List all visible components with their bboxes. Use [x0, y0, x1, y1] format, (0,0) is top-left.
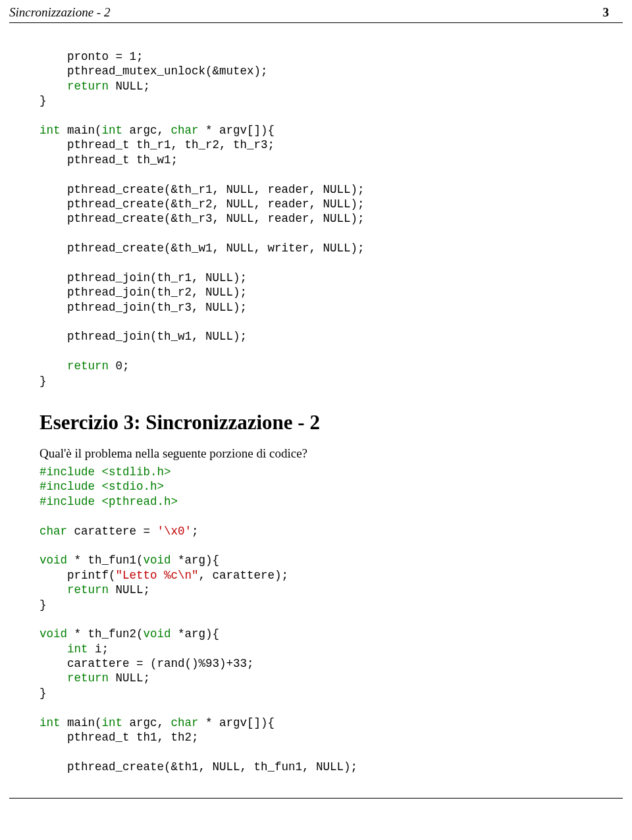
code-line: pthread_join(th_r3, NULL); — [40, 301, 247, 314]
page: Sincronizzazione - 2 3 pronto = 1; pthre… — [0, 0, 632, 799]
code-line: pthread_create(&th_r3, NULL, reader, NUL… — [40, 212, 365, 225]
code-keyword: void — [144, 554, 171, 567]
exercise-question: Qual'è il problema nella seguente porzio… — [40, 446, 592, 461]
code-text: i; — [88, 643, 109, 656]
code-text: *arg){ — [171, 554, 220, 567]
code-keyword: int — [40, 643, 88, 656]
code-keyword: char — [40, 525, 67, 538]
code-block-2: #include <stdlib.h> #include <stdio.h> #… — [40, 465, 592, 774]
code-keyword: void — [40, 554, 67, 567]
code-line: pthread_create(&th_r1, NULL, reader, NUL… — [40, 183, 365, 196]
code-line: pronto = 1; — [40, 50, 144, 63]
code-text: , carattere); — [199, 569, 289, 582]
code-line: pthread_t th_r1, th_r2, th_r3; — [40, 138, 275, 151]
code-text: * argv[]){ — [199, 124, 275, 137]
code-keyword: char — [171, 716, 199, 729]
code-text: printf( — [40, 569, 116, 582]
code-keyword: return — [40, 671, 109, 685]
code-line: pthread_join(th_r1, NULL); — [40, 271, 247, 284]
code-text: argc, — [122, 124, 171, 137]
code-text: 0; — [109, 359, 130, 373]
code-keyword: int — [40, 716, 61, 729]
code-line: } — [40, 687, 47, 700]
code-line: } — [40, 94, 47, 107]
code-text: NULL; — [109, 671, 150, 685]
code-text: main( — [61, 124, 102, 137]
exercise-heading: Esercizio 3: Sincronizzazione - 2 — [40, 411, 592, 434]
code-string: "Letto %c\n" — [116, 569, 199, 582]
code-line: pthread_create(&th1, NULL, th_fun1, NULL… — [40, 760, 357, 774]
header-title: Sincronizzazione - 2 — [9, 5, 110, 20]
code-keyword: return — [40, 583, 109, 596]
code-line: pthread_join(th_r2, NULL); — [40, 286, 247, 299]
code-keyword: return — [40, 80, 109, 93]
code-text: argc, — [122, 716, 171, 729]
code-text: ; — [192, 525, 199, 538]
code-line: pthread_create(&th_w1, NULL, writer, NUL… — [40, 242, 365, 255]
code-text: * argv[]){ — [199, 716, 275, 729]
code-text: NULL; — [109, 583, 150, 596]
code-line: pthread_join(th_w1, NULL); — [40, 330, 247, 343]
code-text: *arg){ — [171, 627, 220, 641]
footer-rule — [9, 798, 623, 799]
code-block-1: pronto = 1; pthread_mutex_unlock(&mutex)… — [40, 49, 592, 388]
code-keyword: return — [40, 359, 109, 373]
code-text: * th_fun2( — [67, 627, 144, 641]
code-line: pthread_t th1, th2; — [40, 731, 199, 744]
code-line: } — [40, 375, 47, 388]
code-text: NULL; — [109, 80, 150, 93]
code-keyword: int — [102, 716, 123, 729]
code-text: * th_fun1( — [67, 554, 144, 567]
header-rule — [9, 22, 623, 23]
code-keyword: int — [40, 124, 61, 137]
code-line: pthread_t th_w1; — [40, 153, 178, 167]
code-line: carattere = (rand()%93)+33; — [40, 657, 254, 670]
code-keyword: int — [102, 124, 123, 137]
code-preproc: #include <stdio.h> — [40, 480, 164, 493]
code-keyword: void — [144, 627, 171, 641]
code-keyword: void — [40, 627, 67, 641]
code-line: } — [40, 598, 47, 612]
content: pronto = 1; pthread_mutex_unlock(&mutex)… — [0, 49, 632, 774]
code-text: main( — [61, 716, 102, 729]
code-text: carattere = — [67, 525, 157, 538]
code-line: pthread_mutex_unlock(&mutex); — [40, 65, 268, 78]
code-string: '\x0' — [157, 525, 192, 538]
code-keyword: char — [171, 124, 199, 137]
page-header: Sincronizzazione - 2 3 — [0, 0, 632, 22]
code-line: pthread_create(&th_r2, NULL, reader, NUL… — [40, 197, 365, 211]
code-preproc: #include <stdlib.h> — [40, 465, 171, 479]
code-preproc: #include <pthread.h> — [40, 495, 178, 508]
header-page-number: 3 — [603, 5, 610, 20]
